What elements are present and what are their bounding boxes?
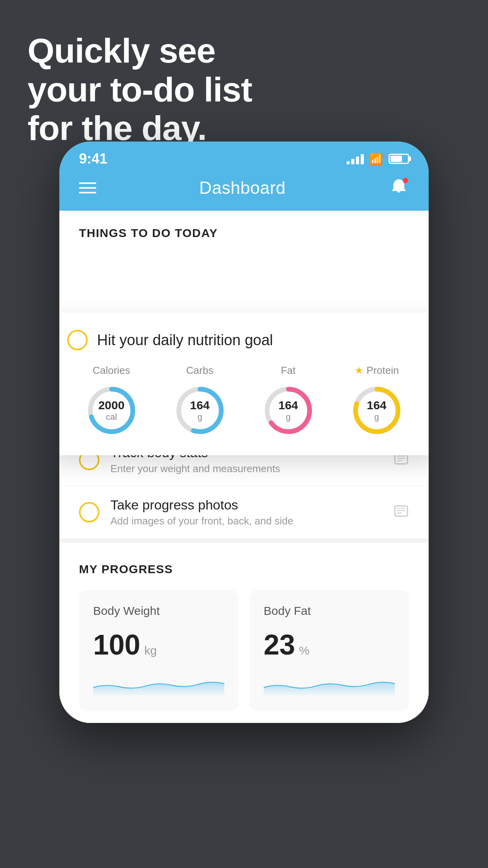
donut-ring: 2000 cal [84,383,139,438]
donut-ring: 164 g [349,383,404,438]
nutrition-item-protein: ★ Protein 164 g [349,364,404,438]
progress-value: 100 [93,629,140,661]
todo-item[interactable]: Take progress photos Add images of your … [59,486,429,538]
donut-value: 164 [367,399,386,412]
progress-section: MY PROGRESS Body Weight 100 kg Body Fat … [59,538,429,723]
headline-line2: your to-do list [28,70,252,109]
notification-badge [403,178,408,183]
status-bar: 9:41 📶 [59,142,429,169]
donut-center: 164 g [278,399,298,422]
donut-unit: g [278,412,298,422]
progress-chart [93,672,224,695]
nutrition-circles: Calories 2000 cal Carbs 164 g [67,364,421,438]
phone-body: THINGS TO DO TODAY Hit your daily nutrit… [59,211,429,723]
todo-action-icon [393,503,409,522]
nutrition-goal-title: Hit your daily nutrition goal [97,332,273,349]
things-section: THINGS TO DO TODAY [59,211,429,252]
todo-circle [79,502,99,522]
nutrition-item-calories: Calories 2000 cal [84,364,139,438]
nutrition-item-fat: Fat 164 g [261,364,316,438]
nutrition-label: Fat [281,364,296,377]
nutrition-goal-row: Hit your daily nutrition goal [67,330,421,350]
progress-value-row: 23 % [264,629,395,661]
nutrition-item-carbs: Carbs 164 g [172,364,227,438]
donut-unit: g [190,412,209,422]
hamburger-menu-icon[interactable] [79,182,96,193]
todo-subtitle: Add images of your front, back, and side [110,515,382,527]
signal-icon [347,153,364,164]
donut-center: 2000 cal [98,399,125,422]
donut-value: 2000 [98,399,125,412]
app-header: Dashboard [59,169,429,211]
todo-subtitle: Enter your weight and measurements [110,463,382,475]
header-title: Dashboard [199,178,286,198]
battery-icon [389,154,409,164]
progress-value: 23 [264,629,295,661]
progress-card[interactable]: Body Weight 100 kg [79,590,238,711]
wifi-icon: 📶 [369,153,383,166]
status-icons: 📶 [347,153,409,166]
donut-value: 164 [190,399,209,412]
donut-ring: 164 g [261,383,316,438]
progress-card-title: Body Weight [93,604,224,618]
todo-text: Take progress photos Add images of your … [110,497,382,527]
nutrition-card: Hit your daily nutrition goal Calories 2… [59,313,429,455]
progress-chart [264,672,395,695]
donut-center: 164 g [367,399,386,422]
star-icon: ★ [354,364,363,377]
progress-card-title: Body Fat [264,604,395,618]
things-section-title: THINGS TO DO TODAY [79,226,409,240]
nutrition-checkbox[interactable] [67,330,88,350]
nutrition-label: ★ Protein [354,364,399,377]
phone-mockup: 9:41 📶 Dashboard [59,142,429,723]
progress-unit: % [299,644,310,657]
headline-line1: Quickly see [28,31,252,70]
progress-unit: kg [144,644,157,657]
headline: Quickly see your to-do list for the day. [28,31,252,148]
progress-title: MY PROGRESS [79,563,409,576]
nutrition-label: Carbs [186,364,213,377]
todo-title: Take progress photos [110,497,382,513]
progress-cards: Body Weight 100 kg Body Fat 23 % [79,590,409,711]
donut-unit: cal [98,412,125,422]
progress-card[interactable]: Body Fat 23 % [250,590,409,711]
status-time: 9:41 [79,151,107,167]
bell-icon[interactable] [389,177,409,199]
donut-center: 164 g [190,399,209,422]
donut-ring: 164 g [172,383,227,438]
progress-value-row: 100 kg [93,629,224,661]
donut-unit: g [367,412,386,422]
nutrition-label: Calories [93,364,130,377]
donut-value: 164 [278,399,298,412]
